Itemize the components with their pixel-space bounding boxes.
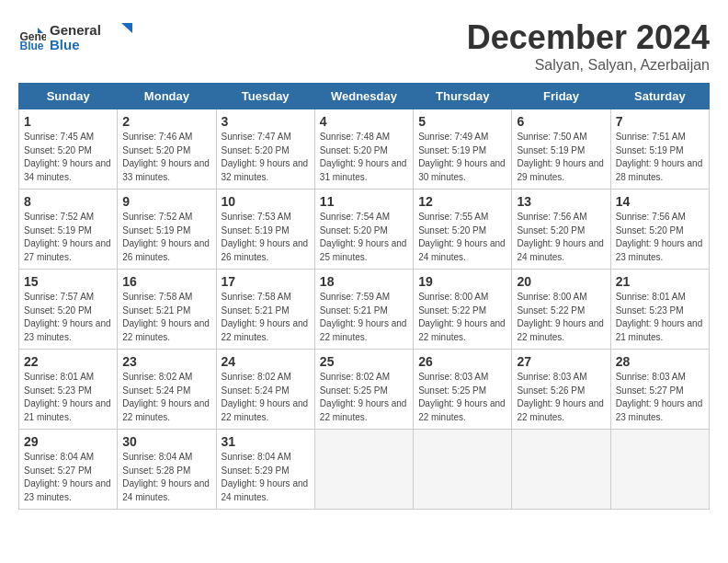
calendar-day-cell: 28Sunrise: 8:03 AM Sunset: 5:27 PM Dayli… (610, 350, 709, 430)
calendar-day-cell: 16Sunrise: 7:58 AM Sunset: 5:21 PM Dayli… (118, 270, 216, 350)
day-number: 30 (122, 434, 210, 449)
day-number: 12 (418, 194, 506, 209)
calendar-day-cell: 19Sunrise: 8:00 AM Sunset: 5:22 PM Dayli… (414, 270, 512, 350)
day-info: Sunrise: 8:00 AM Sunset: 5:22 PM Dayligh… (517, 291, 605, 344)
logo-icon: General Blue (18, 25, 46, 52)
day-number: 23 (122, 354, 210, 369)
calendar-day-cell: 23Sunrise: 8:02 AM Sunset: 5:24 PM Dayli… (118, 350, 216, 430)
calendar-body: 1Sunrise: 7:45 AM Sunset: 5:20 PM Daylig… (19, 109, 710, 510)
day-number: 20 (517, 274, 605, 289)
day-info: Sunrise: 8:01 AM Sunset: 5:23 PM Dayligh… (24, 371, 112, 424)
day-number: 1 (24, 114, 112, 129)
day-number: 7 (616, 114, 704, 129)
day-number: 3 (222, 114, 310, 129)
day-of-week-header: Thursday (414, 84, 512, 109)
calendar-day-cell: 3Sunrise: 7:47 AM Sunset: 5:20 PM Daylig… (216, 109, 314, 190)
calendar-day-cell: 8Sunrise: 7:52 AM Sunset: 5:19 PM Daylig… (19, 190, 118, 270)
day-number: 17 (222, 274, 310, 289)
calendar-day-cell: 21Sunrise: 8:01 AM Sunset: 5:23 PM Dayli… (610, 270, 709, 350)
calendar-week-row: 15Sunrise: 7:57 AM Sunset: 5:20 PM Dayli… (19, 270, 710, 350)
day-of-week-header: Wednesday (314, 84, 413, 109)
day-number: 24 (222, 354, 310, 369)
day-info: Sunrise: 7:47 AM Sunset: 5:20 PM Dayligh… (222, 131, 310, 184)
day-number: 26 (418, 354, 506, 369)
day-info: Sunrise: 7:52 AM Sunset: 5:19 PM Dayligh… (122, 211, 210, 264)
day-info: Sunrise: 7:46 AM Sunset: 5:20 PM Dayligh… (122, 131, 210, 184)
day-number: 16 (122, 274, 210, 289)
calendar-day-cell (314, 430, 413, 510)
day-info: Sunrise: 8:04 AM Sunset: 5:28 PM Dayligh… (122, 451, 210, 504)
calendar-day-cell: 12Sunrise: 7:55 AM Sunset: 5:20 PM Dayli… (414, 190, 512, 270)
day-info: Sunrise: 7:49 AM Sunset: 5:19 PM Dayligh… (418, 131, 506, 184)
day-info: Sunrise: 7:56 AM Sunset: 5:20 PM Dayligh… (616, 211, 704, 264)
day-of-week-header: Sunday (19, 84, 118, 109)
day-number: 14 (616, 194, 704, 209)
calendar-day-cell: 5Sunrise: 7:49 AM Sunset: 5:19 PM Daylig… (414, 109, 512, 190)
calendar-day-cell: 30Sunrise: 8:04 AM Sunset: 5:28 PM Dayli… (118, 430, 216, 510)
day-number: 9 (122, 194, 210, 209)
location-title: Salyan, Salyan, Azerbaijan (467, 57, 710, 74)
title-area: December 2024 Salyan, Salyan, Azerbaijan (467, 18, 710, 74)
day-of-week-header: Saturday (610, 84, 709, 109)
calendar-day-cell: 20Sunrise: 8:00 AM Sunset: 5:22 PM Dayli… (512, 270, 610, 350)
day-info: Sunrise: 7:56 AM Sunset: 5:20 PM Dayligh… (517, 211, 605, 264)
day-info: Sunrise: 8:02 AM Sunset: 5:25 PM Dayligh… (320, 371, 408, 424)
svg-text:General: General (50, 22, 101, 38)
day-number: 22 (24, 354, 112, 369)
svg-text:Blue: Blue (50, 37, 80, 52)
day-info: Sunrise: 7:52 AM Sunset: 5:19 PM Dayligh… (24, 211, 112, 264)
day-number: 6 (517, 114, 605, 129)
day-info: Sunrise: 8:03 AM Sunset: 5:27 PM Dayligh… (616, 371, 704, 424)
calendar-day-cell: 18Sunrise: 7:59 AM Sunset: 5:21 PM Dayli… (314, 270, 413, 350)
day-number: 31 (222, 434, 310, 449)
calendar-week-row: 8Sunrise: 7:52 AM Sunset: 5:19 PM Daylig… (19, 190, 710, 270)
calendar-day-cell: 27Sunrise: 8:03 AM Sunset: 5:26 PM Dayli… (512, 350, 610, 430)
calendar-week-row: 29Sunrise: 8:04 AM Sunset: 5:27 PM Dayli… (19, 430, 710, 510)
calendar-day-cell: 24Sunrise: 8:02 AM Sunset: 5:24 PM Dayli… (216, 350, 314, 430)
day-info: Sunrise: 8:02 AM Sunset: 5:24 PM Dayligh… (222, 371, 310, 424)
day-number: 13 (517, 194, 605, 209)
calendar-day-cell: 17Sunrise: 7:58 AM Sunset: 5:21 PM Dayli… (216, 270, 314, 350)
day-of-week-header: Tuesday (216, 84, 314, 109)
day-info: Sunrise: 7:58 AM Sunset: 5:21 PM Dayligh… (222, 291, 310, 344)
day-number: 19 (418, 274, 506, 289)
day-info: Sunrise: 7:58 AM Sunset: 5:21 PM Dayligh… (122, 291, 210, 344)
calendar-day-cell: 26Sunrise: 8:03 AM Sunset: 5:25 PM Dayli… (414, 350, 512, 430)
calendar-week-row: 22Sunrise: 8:01 AM Sunset: 5:23 PM Dayli… (19, 350, 710, 430)
day-number: 25 (320, 354, 408, 369)
calendar-day-cell: 1Sunrise: 7:45 AM Sunset: 5:20 PM Daylig… (19, 109, 118, 190)
day-info: Sunrise: 7:45 AM Sunset: 5:20 PM Dayligh… (24, 131, 112, 184)
calendar-day-cell: 13Sunrise: 7:56 AM Sunset: 5:20 PM Dayli… (512, 190, 610, 270)
calendar-day-cell (610, 430, 709, 510)
day-number: 8 (24, 194, 112, 209)
calendar-day-cell: 7Sunrise: 7:51 AM Sunset: 5:19 PM Daylig… (610, 109, 709, 190)
day-info: Sunrise: 7:50 AM Sunset: 5:19 PM Dayligh… (517, 131, 605, 184)
day-info: Sunrise: 7:55 AM Sunset: 5:20 PM Dayligh… (418, 211, 506, 264)
calendar-day-cell (512, 430, 610, 510)
day-number: 11 (320, 194, 408, 209)
day-number: 21 (616, 274, 704, 289)
calendar-day-cell: 6Sunrise: 7:50 AM Sunset: 5:19 PM Daylig… (512, 109, 610, 190)
day-number: 4 (320, 114, 408, 129)
calendar-day-cell (414, 430, 512, 510)
calendar-header-row: SundayMondayTuesdayWednesdayThursdayFrid… (19, 84, 710, 109)
svg-text:Blue: Blue (20, 40, 44, 52)
day-info: Sunrise: 8:03 AM Sunset: 5:26 PM Dayligh… (517, 371, 605, 424)
calendar-day-cell: 14Sunrise: 7:56 AM Sunset: 5:20 PM Dayli… (610, 190, 709, 270)
day-info: Sunrise: 7:53 AM Sunset: 5:19 PM Dayligh… (222, 211, 310, 264)
day-info: Sunrise: 7:57 AM Sunset: 5:20 PM Dayligh… (24, 291, 112, 344)
day-number: 10 (222, 194, 310, 209)
day-of-week-header: Monday (118, 84, 216, 109)
day-info: Sunrise: 8:04 AM Sunset: 5:27 PM Dayligh… (24, 451, 112, 504)
calendar-day-cell: 10Sunrise: 7:53 AM Sunset: 5:19 PM Dayli… (216, 190, 314, 270)
calendar-table: SundayMondayTuesdayWednesdayThursdayFrid… (18, 83, 710, 510)
day-info: Sunrise: 8:02 AM Sunset: 5:24 PM Dayligh… (122, 371, 210, 424)
calendar-day-cell: 29Sunrise: 8:04 AM Sunset: 5:27 PM Dayli… (19, 430, 118, 510)
day-number: 5 (418, 114, 506, 129)
calendar-day-cell: 11Sunrise: 7:54 AM Sunset: 5:20 PM Dayli… (314, 190, 413, 270)
day-number: 27 (517, 354, 605, 369)
calendar-week-row: 1Sunrise: 7:45 AM Sunset: 5:20 PM Daylig… (19, 109, 710, 190)
month-title: December 2024 (467, 18, 710, 57)
day-info: Sunrise: 7:54 AM Sunset: 5:20 PM Dayligh… (320, 211, 408, 264)
day-number: 15 (24, 274, 112, 289)
